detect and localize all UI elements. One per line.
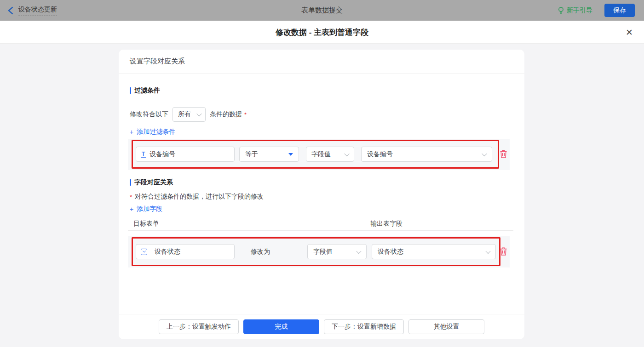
prev-step-button[interactable]: 上一步：设置触发动作	[159, 319, 239, 334]
chevron-down-icon	[485, 248, 490, 253]
next-step-button[interactable]: 下一步：设置新增数据	[324, 319, 404, 334]
value-type-select[interactable]: 字段值	[307, 244, 367, 259]
chevron-down-icon	[482, 151, 487, 156]
top-bar: 设备状态更新 表单数据提交 新手引导 保存	[0, 0, 644, 21]
plus-icon: +	[130, 205, 133, 213]
card-title: 设置字段对应关系	[130, 57, 185, 66]
condition-suffix: 条件的数据	[210, 110, 242, 119]
wizard-footer: 上一步：设置触发动作 完成 下一步：设置新增数据 其他设置	[119, 314, 524, 339]
add-field-link[interactable]: + 添加字段	[130, 205, 162, 213]
beginner-guide-link[interactable]: 新手引导	[558, 6, 592, 15]
modal-header: 修改数据 - 主表到普通字段 ✕	[0, 21, 644, 44]
modify-to-label: 修改为	[251, 244, 292, 259]
operator-select[interactable]: 等于	[239, 147, 299, 162]
section-accent-bar	[130, 179, 131, 186]
filter-section-title: 过滤条件	[130, 86, 160, 95]
value-field-select[interactable]: 设备编号	[361, 147, 492, 162]
topbar-center-title: 表单数据提交	[301, 6, 343, 15]
required-asterisk: *	[130, 193, 132, 200]
text-field-icon: T	[141, 151, 146, 158]
mapping-note: * 对符合过滤条件的数据，进行以下字段的修改	[130, 193, 264, 201]
delete-row-button[interactable]	[500, 150, 507, 160]
close-icon[interactable]: ✕	[626, 28, 633, 36]
other-settings-button[interactable]: 其他设置	[408, 319, 484, 334]
modal-title: 修改数据 - 主表到普通字段	[276, 27, 368, 37]
add-filter-condition-link[interactable]: + 添加过滤条件	[130, 128, 175, 136]
target-form-column-header: 目标表单	[133, 220, 159, 228]
mapping-table-header: 目标表单 输出表字段	[128, 218, 513, 231]
filter-field-input[interactable]: T 设备编号	[136, 147, 235, 162]
modal-body: 设置字段对应关系 过滤条件 修改符合以下 所有 条件的数据 * + 添加过滤条件…	[0, 44, 644, 347]
chevron-down-icon	[344, 151, 349, 156]
section-accent-bar	[130, 87, 131, 94]
required-asterisk: *	[244, 111, 247, 118]
lightbulb-icon	[558, 6, 564, 14]
filter-condition-row: T 设备编号 等于 字段值 设备编号	[128, 139, 510, 170]
done-button[interactable]: 完成	[243, 319, 319, 334]
condition-prefix: 修改符合以下	[130, 110, 168, 119]
condition-line: 修改符合以下 所有 条件的数据 *	[130, 107, 247, 122]
save-button[interactable]: 保存	[604, 4, 635, 17]
caret-down-icon	[288, 153, 293, 156]
delete-row-button[interactable]	[500, 247, 507, 258]
divider	[119, 74, 524, 74]
settings-card: 设置字段对应关系 过滤条件 修改符合以下 所有 条件的数据 * + 添加过滤条件…	[119, 50, 524, 339]
trash-icon	[500, 150, 507, 159]
workflow-title[interactable]: 设备状态更新	[18, 6, 57, 16]
plus-icon: +	[130, 128, 133, 136]
target-field-input[interactable]: 设备状态	[136, 244, 235, 259]
chevron-down-icon	[356, 248, 361, 253]
output-field-column-header: 输出表字段	[370, 220, 402, 228]
field-mapping-row: 设备状态 修改为 字段值 设备状态	[128, 236, 510, 267]
back-button[interactable]	[7, 6, 14, 15]
select-field-icon	[141, 249, 147, 255]
trash-icon	[500, 247, 507, 256]
value-field-select[interactable]: 设备状态	[372, 244, 496, 259]
mapping-section-title: 字段对应关系	[130, 178, 173, 187]
guide-label: 新手引导	[567, 6, 592, 15]
condition-mode-select[interactable]: 所有	[172, 107, 206, 122]
chevron-down-icon	[196, 111, 201, 116]
back-chevron-icon	[7, 6, 14, 15]
value-type-select[interactable]: 字段值	[306, 147, 354, 162]
